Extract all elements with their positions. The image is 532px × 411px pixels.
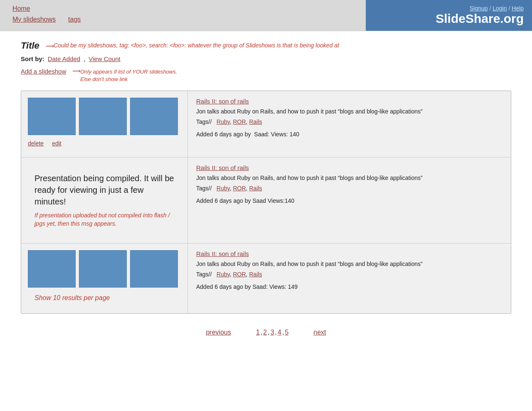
pagination: previous 1, 2, 3, 4, 5 next — [21, 322, 511, 345]
sort-label: Sort by: — [21, 55, 44, 62]
thumbnail-1a[interactable] — [28, 98, 76, 135]
page-sep-3: , — [275, 329, 277, 336]
item-tags-3: Tags// Ruby, ROR, Rails — [196, 271, 502, 278]
item-left-3: Show 10 results per page — [21, 244, 187, 313]
item-description-2: Jon talks about Ruby on Rails, and how t… — [196, 174, 502, 182]
sort-date-link[interactable]: Date Added — [48, 55, 80, 62]
tag-ruby-3[interactable]: Ruby — [217, 271, 230, 278]
edit-link-1[interactable]: edit — [52, 140, 62, 147]
page-title: Title — [21, 40, 39, 51]
add-slideshow-link[interactable]: Add a slideshow — [21, 68, 66, 75]
page-1-link[interactable]: 1 — [256, 329, 260, 336]
slideshow-item-3: Show 10 results per page Rails II: son o… — [21, 244, 511, 313]
thumbnail-3c[interactable] — [130, 250, 178, 288]
delete-link-1[interactable]: delete — [28, 140, 44, 147]
tags-link[interactable]: tags — [68, 16, 81, 23]
tags-prefix-2: Tags// — [196, 185, 215, 192]
thumbnail-1c[interactable] — [130, 98, 178, 135]
tags-prefix-1: Tags// — [196, 118, 215, 125]
thumbnails-1 — [28, 98, 181, 135]
tag-ror-1[interactable]: ROR — [233, 118, 246, 125]
tags-prefix-3: Tags// — [196, 271, 215, 278]
item-meta-1: Added 6 days ago by Saad: Views: 140 — [196, 131, 502, 138]
item-right-3: Rails II: son of rails Jon talks about R… — [187, 244, 511, 313]
header: Home My slideshows tags Signup / Login /… — [0, 0, 532, 31]
main-content: Title Could be my slideshows, tag: <foo>… — [0, 31, 532, 353]
add-arrow-icon — [72, 67, 80, 75]
header-left: Home My slideshows tags — [0, 0, 366, 31]
item-meta-3: Added 6 days ago by Saad: Views: 149 — [196, 283, 502, 290]
item-tags-1: Tags// Ruby, ROR, Rails — [196, 118, 502, 125]
thumbnail-3a[interactable] — [28, 250, 76, 288]
slideshow-list: delete edit Rails II: son of rails Jon t… — [21, 91, 511, 313]
item-left-1: delete edit — [21, 91, 187, 157]
item-right-2: Rails II: son of rails Jon talks about R… — [187, 158, 511, 243]
item-description-3: Jon talks about Ruby on Rails, and how t… — [196, 260, 502, 268]
sort-sep: , — [84, 55, 85, 62]
tag-ruby-2[interactable]: Ruby — [217, 185, 230, 192]
my-slideshows-link[interactable]: My slideshows — [12, 16, 56, 23]
page-sep-4: , — [282, 329, 284, 336]
title-note: Could be my slideshows, tag: <foo>, sear… — [54, 41, 511, 50]
item-right-1: Rails II: son of rails Jon talks about R… — [187, 91, 511, 157]
previous-page-link[interactable]: previous — [206, 329, 231, 336]
item-tags-2: Tags// Ruby, ROR, Rails — [196, 185, 502, 192]
item-meta-2: Added 6 days ago by Saad Views:140 — [196, 197, 502, 204]
item-title-1[interactable]: Rails II: son of rails — [196, 98, 502, 105]
title-arrow-icon — [45, 42, 54, 50]
item-left-2: Presentation being compiled. It will be … — [21, 158, 187, 243]
nav-row-1: Home — [12, 5, 353, 12]
page-2-link[interactable]: 2 — [263, 329, 267, 336]
page-5-link[interactable]: 5 — [285, 329, 288, 336]
page-4-link[interactable]: 4 — [278, 329, 281, 336]
sort-views-link[interactable]: View Count — [89, 55, 120, 62]
show-results-note: Show 10 results per page — [28, 291, 181, 307]
compiling-note-text: If presentation uploaded but not compile… — [34, 212, 174, 228]
tag-ruby-1[interactable]: Ruby — [217, 118, 230, 125]
item-actions-1: delete edit — [28, 138, 181, 147]
compiling-message: Presentation being compiled. It will be … — [28, 164, 181, 236]
auth-links: Signup / Login / Help — [470, 5, 524, 12]
page-sep-1: , — [261, 329, 262, 336]
page-numbers: 1, 2, 3, 4, 5 — [256, 329, 288, 336]
thumbnails-3 — [28, 250, 181, 288]
tag-rails-2[interactable]: Rails — [249, 185, 262, 192]
nav-row-2: My slideshows tags — [12, 16, 353, 23]
signup-link[interactable]: Signup — [470, 5, 488, 12]
slideshow-item-2: Presentation being compiled. It will be … — [21, 158, 511, 243]
tag-ror-2[interactable]: ROR — [233, 185, 246, 192]
item-description-1: Jon talks about Ruby on Rails, and how t… — [196, 107, 502, 116]
sort-row: Sort by: Date Added , View Count — [21, 55, 511, 62]
home-link[interactable]: Home — [12, 5, 30, 12]
login-link[interactable]: Login — [493, 5, 507, 12]
page-sep-2: , — [268, 329, 269, 336]
thumbnail-3b[interactable] — [79, 250, 127, 288]
header-right: Signup / Login / Help SlideShare.org — [366, 0, 532, 31]
help-link[interactable]: Help — [512, 5, 524, 12]
slideshow-item: delete edit Rails II: son of rails Jon t… — [21, 91, 511, 158]
tag-ror-3[interactable]: ROR — [233, 271, 246, 278]
add-slideshow-note: Only appears if list of YOUR slideshows.… — [80, 68, 511, 83]
site-title: SlideShare.org — [436, 12, 524, 26]
item-title-2[interactable]: Rails II: son of rails — [196, 164, 502, 171]
next-page-link[interactable]: next — [313, 329, 326, 336]
page-3-link[interactable]: 3 — [271, 329, 274, 336]
compiling-main-text: Presentation being compiled. It will be … — [34, 172, 174, 207]
item-title-3[interactable]: Rails II: son of rails — [196, 250, 502, 257]
tag-rails-1[interactable]: Rails — [249, 118, 262, 125]
tag-rails-3[interactable]: Rails — [249, 271, 262, 278]
thumbnail-1b[interactable] — [79, 98, 127, 135]
